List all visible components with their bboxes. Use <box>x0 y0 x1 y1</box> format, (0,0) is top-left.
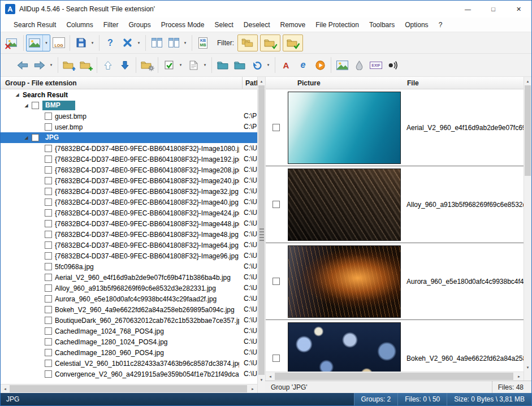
tree-file-row[interactable]: {76832BC4-DD37-4BE0-9FEC-BB6041808F32}-I… <box>1 175 257 186</box>
menu-item-options[interactable]: Options <box>400 19 433 31</box>
preview-row[interactable]: Aerial_V2_960_e4f16d9ab2de9e07fc69b4 <box>266 89 524 166</box>
next-group-button[interactable]: ▾ <box>31 57 55 74</box>
close-search-dropdown[interactable]: ▾ <box>135 35 142 51</box>
preview-hscroll-thumb[interactable] <box>275 373 513 380</box>
tree-vertical-scrollbar[interactable]: ▲ ▼ <box>257 77 265 393</box>
import-down-button[interactable] <box>116 57 133 74</box>
save-dropdown[interactable]: ▾ <box>89 35 96 51</box>
tree-group-row-bmp[interactable]: ◢BMP <box>1 100 257 111</box>
close-button[interactable]: ✕ <box>506 1 531 18</box>
selection-options-button[interactable]: ▾ <box>161 57 185 74</box>
graphics-tool-button[interactable] <box>351 57 367 74</box>
preview-column-header[interactable]: Picture File <box>266 77 524 89</box>
size-unit-button[interactable]: KB MB <box>194 34 211 51</box>
column-header-file[interactable]: File <box>403 79 419 87</box>
scroll-up-icon[interactable]: ▲ <box>524 77 531 85</box>
tree-file-row[interactable]: CachedImage_1024_768_POS4.jpgC:\U <box>1 326 257 336</box>
file-checkbox[interactable] <box>45 241 52 249</box>
help-button[interactable]: ? <box>102 34 119 51</box>
preview-checkbox[interactable] <box>273 278 280 285</box>
thumbnail-aerial[interactable] <box>288 92 401 164</box>
preview-vertical-scrollbar[interactable]: ▲ ▼ <box>524 77 531 381</box>
tree-file-row[interactable]: Bokeh_V2_960_4a9e6622fd62a84a258eb269895… <box>1 304 257 315</box>
exif-info-button[interactable]: EXIF <box>367 57 384 74</box>
tree-vscroll-thumb[interactable] <box>258 85 265 375</box>
tree-file-row[interactable]: {76832BC4-DD37-4BE0-9FEC-BB6041808F32}-I… <box>1 250 257 261</box>
file-checkbox[interactable] <box>45 338 52 345</box>
tree-file-row[interactable]: {76832BC4-DD37-4BE0-9FEC-BB6041808F32}-I… <box>1 197 257 208</box>
file-checkbox[interactable] <box>45 156 52 163</box>
tree-group-row-jpg[interactable]: ◢JPG <box>1 132 257 143</box>
save-button[interactable]: ▾ <box>72 34 97 51</box>
panel-splitter-grip[interactable] <box>259 228 264 230</box>
preview-mode-button[interactable]: ▾ <box>26 34 50 51</box>
menu-item-groups[interactable]: Groups <box>123 19 155 31</box>
tree-file-row[interactable]: 5fc0968a.jpgC:\U <box>1 261 257 272</box>
thumbnail-alloy[interactable] <box>288 169 401 241</box>
next-group-dropdown[interactable]: ▾ <box>47 57 55 73</box>
scroll-right-icon[interactable]: ► <box>248 385 257 393</box>
menu-item-remove[interactable]: Remove <box>275 19 311 31</box>
menu-item-search-result[interactable]: Search Result <box>8 19 61 31</box>
file-checkbox[interactable] <box>45 231 52 238</box>
preview-checkbox[interactable] <box>273 355 280 362</box>
file-checkbox[interactable] <box>45 166 52 174</box>
tree-file-row[interactable]: guest.bmpC:\P <box>1 111 257 122</box>
scroll-up-icon[interactable]: ▲ <box>258 77 265 85</box>
tree-horizontal-scrollbar[interactable]: ◄ ► <box>1 384 257 393</box>
tree-file-row[interactable]: BoutiqueDark_960_2670632012cab762c1b532b… <box>1 315 257 326</box>
tree-file-row[interactable]: Convergence_V2_960_a4291915a9e359b054f1e… <box>1 369 257 379</box>
group-checkbox[interactable] <box>32 134 39 141</box>
tree-file-row[interactable]: {76832BC4-DD37-4BE0-9FEC-BB6041808F32}-I… <box>1 186 257 197</box>
columns-options-dropdown[interactable]: ▾ <box>181 35 189 51</box>
menu-item-toolbars[interactable]: Toolbars <box>364 19 400 31</box>
filter-checked-files-button[interactable] <box>260 34 280 51</box>
preview-vscroll-thumb[interactable] <box>525 85 531 176</box>
column-header-group[interactable]: Group - File extension <box>1 79 77 87</box>
previous-group-button[interactable] <box>14 57 31 74</box>
clear-search-result-button[interactable] <box>4 34 21 51</box>
group-checkbox[interactable] <box>32 102 39 109</box>
tree-file-row[interactable]: {76832BC4-DD37-4BE0-9FEC-BB6041808F32}-I… <box>1 165 257 175</box>
undo-dropdown[interactable]: ▾ <box>265 57 272 73</box>
tree-file-row[interactable]: {76832BC4-DD37-4BE0-9FEC-BB6041808F32}-I… <box>1 154 257 165</box>
tree-file-row[interactable]: user.bmpC:\P <box>1 122 257 132</box>
preview-horizontal-scrollbar[interactable]: ◄ ► <box>266 372 524 381</box>
preview-row[interactable]: Aurora_960_e5e180d0afc4c9938bc4f43c <box>266 243 524 320</box>
media-player-button[interactable] <box>312 57 328 74</box>
file-checkbox[interactable] <box>45 263 52 270</box>
menu-item-columns[interactable]: Columns <box>61 19 98 31</box>
tree-column-header[interactable]: Group - File extension Path <box>1 77 257 89</box>
file-checkbox[interactable] <box>45 113 52 120</box>
tree-file-row[interactable]: Celestial_V2_960_1b011c282433a37463b96c8… <box>1 358 257 369</box>
selection-options-dropdown[interactable]: ▾ <box>177 57 184 73</box>
internet-explorer-button[interactable]: e <box>295 57 312 74</box>
tree-root-row[interactable]: ◢Search Result <box>1 89 257 100</box>
file-options-button[interactable]: ▾ <box>185 57 209 74</box>
file-checkbox[interactable] <box>45 123 52 131</box>
tree-file-row[interactable]: CachedImage_1280_1024_POS4.jpgC:\U <box>1 336 257 347</box>
tree-file-row[interactable]: Aurora_960_e5e180d0afc4c9938bc4f43c29faa… <box>1 293 257 304</box>
file-checkbox[interactable] <box>45 177 52 184</box>
file-checkbox[interactable] <box>45 188 52 195</box>
file-checkbox[interactable] <box>45 284 52 292</box>
menu-item-filter[interactable]: Filter <box>98 19 124 31</box>
column-header-path[interactable]: Path <box>242 77 257 89</box>
menu-item-help[interactable]: ? <box>434 19 448 31</box>
file-checkbox[interactable] <box>45 220 52 227</box>
column-header-picture[interactable]: Picture <box>286 79 403 87</box>
file-checkbox[interactable] <box>45 360 52 367</box>
close-search-result-button[interactable]: ▾ <box>119 34 143 51</box>
minimize-button[interactable]: — <box>455 1 481 18</box>
thumbnail-aurora[interactable] <box>288 245 401 318</box>
preview-row[interactable]: Bokeh_V2_960_4a9e6622fd62a84a258eb <box>266 320 524 372</box>
tree-hscroll-thumb[interactable] <box>10 385 247 392</box>
preview-checkbox[interactable] <box>273 201 280 208</box>
filter-source-folders-button[interactable] <box>237 34 258 51</box>
scroll-left-icon[interactable]: ◄ <box>266 372 275 381</box>
tree-file-row[interactable]: {76832BC4-DD37-4BE0-9FEC-BB6041808F32}-I… <box>1 143 257 154</box>
file-checkbox[interactable] <box>45 349 52 356</box>
tree-file-row[interactable]: CachedImage_1280_960_POS4.jpgC:\U <box>1 347 257 358</box>
tree-file-row[interactable]: {76832BC4-DD37-4BE0-9FEC-BB6041808F32}-I… <box>1 229 257 240</box>
file-checkbox[interactable] <box>45 252 52 260</box>
